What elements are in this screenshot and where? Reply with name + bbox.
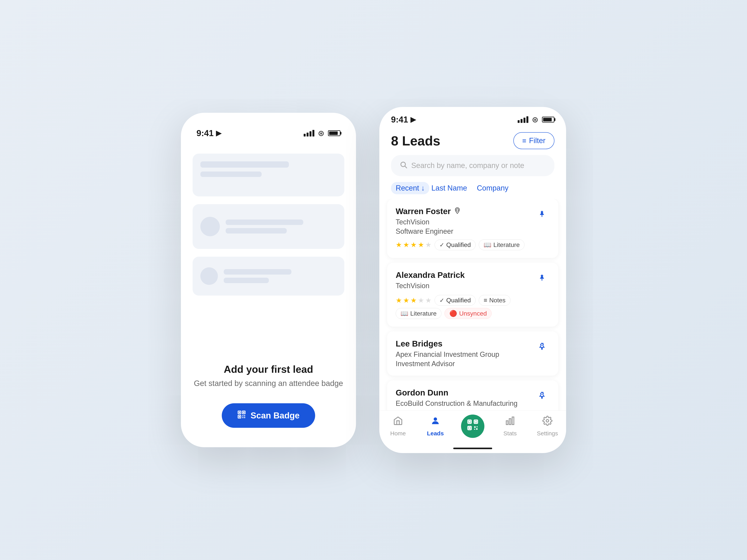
sort-company-label: Company bbox=[477, 184, 509, 192]
lead-name: Lee Bridges bbox=[396, 339, 442, 348]
pin-button[interactable] bbox=[534, 207, 550, 222]
lead-company: TechVision bbox=[396, 218, 461, 226]
location-arrow-icon: ▶ bbox=[216, 129, 222, 137]
nav-leads[interactable]: Leads bbox=[424, 416, 447, 437]
lead-company: EcoBuild Construction & Manufacturing bbox=[396, 399, 517, 407]
svg-rect-1 bbox=[239, 411, 240, 413]
star-4: ★ bbox=[418, 241, 424, 249]
lead-company: Apex Financial Investment Group bbox=[396, 350, 499, 358]
svg-point-27 bbox=[546, 420, 549, 422]
star-rating: ★ ★ ★ ★ ★ bbox=[396, 296, 432, 304]
time-display: 9:41 ▶ bbox=[197, 128, 222, 138]
svg-rect-25 bbox=[509, 419, 511, 424]
lead-company: TechVision bbox=[396, 282, 465, 290]
filter-label: Filter bbox=[529, 136, 545, 145]
wifi-icon: ⊛ bbox=[318, 129, 325, 138]
location-badge-icon bbox=[454, 207, 461, 216]
book-icon: 📖 bbox=[484, 241, 491, 248]
nav-stats[interactable]: Stats bbox=[498, 416, 522, 437]
lead-name-row: Lee Bridges bbox=[396, 339, 499, 348]
placeholder-line bbox=[224, 269, 291, 274]
lead-info: Lee Bridges Apex Financial Investment Gr… bbox=[396, 339, 499, 368]
stats-icon bbox=[505, 416, 515, 428]
star-3: ★ bbox=[410, 241, 417, 249]
svg-rect-24 bbox=[506, 421, 508, 425]
search-bar[interactable]: Search by name, company or note bbox=[391, 155, 555, 176]
nav-stats-label: Stats bbox=[504, 430, 517, 437]
lead-name: Warren Foster bbox=[396, 207, 451, 216]
search-icon bbox=[400, 161, 407, 170]
location-arrow-right-icon: ▶ bbox=[410, 115, 416, 124]
signal-icon bbox=[304, 130, 314, 136]
pin-button[interactable] bbox=[534, 339, 550, 355]
placeholder-avatar bbox=[200, 267, 218, 285]
sort-tab-lastname[interactable]: Last Name bbox=[431, 182, 473, 194]
nav-settings[interactable]: Settings bbox=[536, 416, 559, 437]
home-icon bbox=[393, 416, 403, 428]
placeholder-card-3 bbox=[192, 257, 344, 296]
lead-tags: ★ ★ ★ ★ ★ ✓ Qualified 📖 Literature bbox=[396, 239, 550, 250]
sort-tab-company[interactable]: Company bbox=[477, 182, 514, 194]
lead-name-row: Gordon Dunn bbox=[396, 388, 517, 397]
nav-home[interactable]: Home bbox=[386, 416, 410, 437]
placeholder-line bbox=[226, 219, 303, 225]
star-1: ★ bbox=[396, 241, 402, 249]
lead-info: Gordon Dunn EcoBuild Construction & Manu… bbox=[396, 388, 517, 409]
pin-button[interactable] bbox=[534, 270, 550, 286]
filter-button[interactable]: ≡ Filter bbox=[513, 132, 555, 149]
time-text-right: 9:41 bbox=[391, 115, 408, 125]
battery-icon-right bbox=[542, 117, 555, 123]
bottom-nav: Home Leads bbox=[379, 410, 566, 448]
filter-icon: ≡ bbox=[522, 137, 526, 145]
tag-notes: ≡ Notes bbox=[479, 295, 510, 306]
lead-card-header: Warren Foster TechVision Software Engine… bbox=[396, 207, 550, 236]
svg-rect-22 bbox=[474, 429, 475, 430]
lead-name-row: Alexandra Patrick bbox=[396, 270, 465, 280]
left-phone: 9:41 ▶ ⊛ bbox=[181, 113, 356, 447]
placeholder-line bbox=[200, 171, 262, 177]
lead-name: Alexandra Patrick bbox=[396, 270, 465, 280]
leads-icon bbox=[430, 416, 440, 428]
lead-card-warren-foster[interactable]: Warren Foster TechVision Software Engine… bbox=[387, 199, 558, 258]
empty-state: Add your first lead Get started by scann… bbox=[194, 364, 343, 388]
sort-tab-recent[interactable]: Recent ↓ bbox=[391, 182, 429, 194]
lead-info: Warren Foster TechVision Software Engine… bbox=[396, 207, 461, 236]
lead-card-alexandra-patrick[interactable]: Alexandra Patrick TechVision ★ ★ ★ bbox=[387, 263, 558, 327]
nav-leads-label: Leads bbox=[427, 430, 444, 437]
status-bar-right: 9:41 ▶ ⊛ bbox=[379, 107, 566, 128]
star-rating: ★ ★ ★ ★ ★ bbox=[396, 241, 432, 249]
svg-line-11 bbox=[405, 166, 407, 168]
svg-rect-19 bbox=[469, 427, 470, 429]
status-icons-right: ⊛ bbox=[518, 115, 555, 124]
svg-rect-23 bbox=[476, 428, 478, 430]
star-2: ★ bbox=[403, 241, 409, 249]
lead-card-header: Lee Bridges Apex Financial Investment Gr… bbox=[396, 339, 550, 368]
star-5: ★ bbox=[425, 296, 432, 304]
scan-icon bbox=[467, 419, 479, 433]
pin-button[interactable] bbox=[534, 388, 550, 404]
scan-button-nav[interactable] bbox=[461, 415, 484, 438]
svg-rect-20 bbox=[474, 426, 476, 428]
status-icons: ⊛ bbox=[304, 129, 340, 138]
placeholder-avatar bbox=[200, 217, 220, 236]
star-5: ★ bbox=[425, 241, 432, 249]
lead-name: Gordon Dunn bbox=[396, 388, 448, 397]
placeholder-line bbox=[226, 228, 287, 234]
sort-lastname-label: Last Name bbox=[431, 184, 467, 192]
placeholder-card-2 bbox=[192, 204, 344, 249]
leads-count: 8 Leads bbox=[391, 133, 440, 149]
scan-badge-button[interactable]: Scan Badge bbox=[222, 403, 315, 428]
lead-card-lee-bridges[interactable]: Lee Bridges Apex Financial Investment Gr… bbox=[387, 331, 558, 376]
nav-home-label: Home bbox=[390, 430, 406, 437]
empty-subtitle: Get started by scanning an attendee badg… bbox=[194, 379, 343, 388]
nav-scan[interactable] bbox=[461, 415, 484, 438]
lead-tags-2: 📖 Literature 🔴 Unsynced bbox=[396, 308, 550, 319]
leads-header: 8 Leads ≡ Filter bbox=[379, 128, 566, 155]
star-2: ★ bbox=[403, 296, 409, 304]
lead-job-title: Software Engineer bbox=[396, 227, 461, 236]
leads-list: Warren Foster TechVision Software Engine… bbox=[379, 199, 566, 410]
lead-card-gordon-dunn[interactable]: Gordon Dunn EcoBuild Construction & Manu… bbox=[387, 380, 558, 410]
empty-title: Add your first lead bbox=[194, 364, 343, 375]
time-text: 9:41 bbox=[197, 128, 213, 138]
placeholder-line bbox=[200, 161, 289, 168]
